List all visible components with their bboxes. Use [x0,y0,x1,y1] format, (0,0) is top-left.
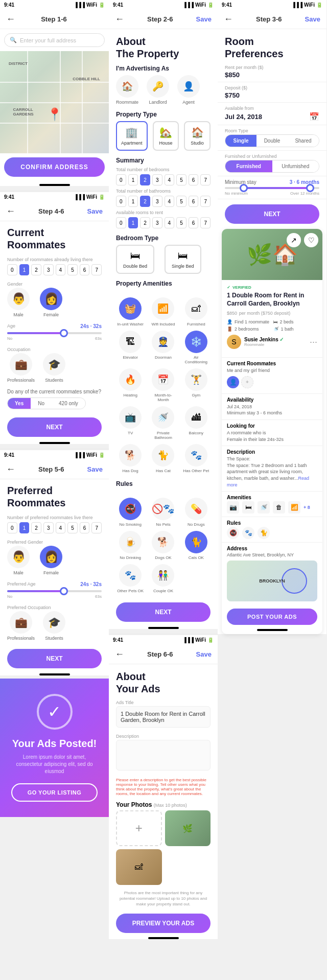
available-row[interactable]: 0 1 2 3 4 5 6 7 [116,217,211,228]
bath-7[interactable]: 7 [200,196,211,207]
go-listing-button[interactable]: GO YOUR LISTING [11,783,98,802]
num-4-5[interactable]: 4 [56,522,66,533]
back-button-1[interactable]: ← [6,14,15,25]
stay-thumb-left[interactable] [240,184,248,192]
num-7-4[interactable]: 7 [91,264,102,275]
post-ads-button[interactable]: POST YOUR ADS [227,609,317,625]
back-button-2[interactable]: ← [115,14,124,25]
type-apartment[interactable]: 🏢 Apartment [116,121,148,151]
amenity-ac[interactable]: ❄️ Air Conditioning [182,331,211,364]
num-2-4[interactable]: 2 [31,264,41,275]
avail-0[interactable]: 0 [116,217,126,228]
num-2-5[interactable]: 2 [31,522,41,533]
smoke-no-4[interactable]: No [31,398,52,409]
num-6-5[interactable]: 6 [80,522,90,533]
more-options-button[interactable]: ··· [310,337,317,347]
bath-3[interactable]: 3 [152,196,162,207]
save-button-2[interactable]: Save [196,15,212,23]
calendar-icon[interactable]: 📅 [309,112,319,122]
num-1-4[interactable]: 1 [19,264,30,275]
confirm-address-button[interactable]: CONFIRM ADDRESS [4,157,105,177]
room-single[interactable]: Single [225,135,256,147]
occ-professionals-4[interactable]: 💼 Professionals [7,353,35,383]
stay-thumb-right[interactable] [306,184,314,192]
next-button-4[interactable]: NEXT [7,417,102,437]
save-button-3[interactable]: Save [305,15,320,23]
rule-no-drugs[interactable]: 💊 No Drugs [182,498,211,527]
amenity-gym[interactable]: 🏋 Gym [182,368,211,402]
read-more-link[interactable]: Read more [227,476,309,487]
bath-6[interactable]: 6 [189,196,199,207]
add-photo-button[interactable]: + [116,810,162,846]
bed-0[interactable]: 0 [116,174,126,185]
bed-3[interactable]: 3 [152,174,162,185]
description-input[interactable] [116,740,211,771]
favorite-button[interactable]: ♡ [304,233,318,247]
bedrooms-row[interactable]: 0 1 2 3 4 5 6 7 [116,174,211,185]
next-button-2[interactable]: NEXT [116,602,211,622]
save-button-6[interactable]: Save [196,650,212,658]
next-button-3[interactable]: NEXT [225,204,319,224]
rule-other-pets-ok[interactable]: 🐾 Other Pets OK [116,564,145,593]
save-button-5[interactable]: Save [87,465,103,473]
num-5-4[interactable]: 5 [67,264,78,275]
age-slider-5[interactable] [7,590,102,592]
amenity-furnished[interactable]: 🛋 Furnished [182,297,211,326]
occ-students-5[interactable]: 🎓 Students [43,611,65,641]
avail-4[interactable]: 4 [165,217,175,228]
gender-female-4[interactable]: 👩 Female [40,288,62,317]
back-button-6[interactable]: ← [115,649,124,660]
occ-students-4[interactable]: 🎓 Students [43,353,65,383]
amenity-other-pet[interactable]: 🐾 Has Other Pet [182,444,211,473]
bed-6[interactable]: 6 [189,174,199,185]
num-3-4[interactable]: 3 [43,264,54,275]
number-row-4[interactable]: 0 1 2 3 4 5 6 7 [7,264,102,275]
stay-slider[interactable] [225,187,319,189]
single-bed[interactable]: 🛏 Single Bed [165,245,201,274]
save-button-4[interactable]: Save [87,207,103,215]
avail-6[interactable]: 6 [189,217,199,228]
amenity-wifi[interactable]: 📶 Wifi Included [149,297,177,326]
num-6-4[interactable]: 6 [80,264,90,275]
preview-button[interactable]: PREVIEW YOUR ADS [116,914,211,933]
age-thumb-5[interactable] [60,587,68,595]
bath-5[interactable]: 5 [176,196,186,207]
bed-7[interactable]: 7 [200,174,211,185]
num-3-5[interactable]: 3 [43,522,54,533]
avail-5[interactable]: 5 [176,217,186,228]
amenity-heating[interactable]: 🔥 Heating [116,368,145,402]
avail-2[interactable]: 2 [140,217,150,228]
advertising-agent[interactable]: 👤 Agent [177,75,200,105]
address-search[interactable]: 🔍 Enter your full address [4,33,105,47]
unfurnished-btn[interactable]: Unfurnished [272,160,319,172]
avail-3[interactable]: 3 [152,217,162,228]
room-shared[interactable]: Shared [288,135,319,147]
rule-cats-ok[interactable]: 🐈 Cats OK [182,531,211,560]
num-7-5[interactable]: 7 [91,522,102,533]
bath-4[interactable]: 4 [165,196,175,207]
avail-1[interactable]: 1 [128,217,138,228]
type-studio[interactable]: 🏠 Studio [184,121,211,151]
back-button-5[interactable]: ← [6,464,15,475]
amenity-doorman[interactable]: 👮 Doorman [149,331,177,364]
num-5-5[interactable]: 5 [67,522,78,533]
amenity-month[interactable]: 📅 Month-to-Month [149,368,177,402]
num-4-4[interactable]: 4 [56,264,66,275]
bed-5[interactable]: 5 [176,174,186,185]
rule-no-pets[interactable]: 🚫🐾 No Pets [149,498,177,527]
share-button[interactable]: ↗ [287,233,301,247]
age-slider-4[interactable] [7,332,102,334]
amenity-bathroom[interactable]: 🚿 Private Bathroom [149,406,177,440]
rule-no-smoking[interactable]: 🚭 No Smoking [116,498,145,527]
bed-4[interactable]: 4 [165,174,175,185]
room-double[interactable]: Double [256,135,288,147]
smoke-420-4[interactable]: 420 only [52,398,85,409]
amenity-cat[interactable]: 🐈 Has Cat [149,444,177,473]
back-button-4[interactable]: ← [6,206,15,217]
gender-male-4[interactable]: 👨 Male [7,288,30,317]
bath-2[interactable]: 2 [140,196,150,207]
gender-female-5[interactable]: 👩 Female [40,546,62,575]
furnished-btn[interactable]: Furnished [225,160,272,172]
advertising-roommate[interactable]: 🏠 Roommate [116,75,138,105]
amenity-tv[interactable]: 📺 TV [116,406,145,440]
